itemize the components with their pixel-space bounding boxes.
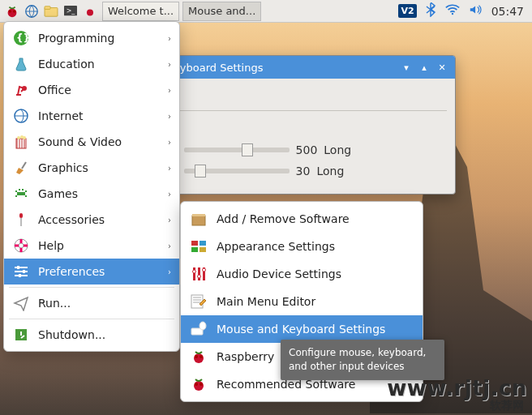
tooltip-line: and other input devices [289, 360, 436, 374]
slider-value: 500 [296, 143, 318, 156]
chevron-right-icon: › [168, 216, 171, 225]
svg-point-46 [200, 355, 203, 358]
clock[interactable]: 05:47 [491, 5, 524, 18]
vnc-icon[interactable]: V2 [398, 4, 416, 18]
svg-rect-35 [193, 267, 195, 280]
volume-icon[interactable] [469, 3, 483, 19]
file-manager-icon[interactable] [42, 2, 60, 20]
knife-icon [12, 211, 30, 229]
menu-label: Internet [38, 109, 84, 122]
raspberry-menu-icon[interactable] [3, 2, 21, 20]
svg-rect-25 [17, 266, 19, 269]
slider-thumb[interactable] [242, 143, 253, 156]
svg-point-2 [13, 10, 16, 13]
slider-thumb[interactable] [195, 165, 206, 178]
svg-point-1 [9, 10, 12, 13]
sub-appearance-settings[interactable]: Appearance Settings [181, 233, 423, 260]
menu-run[interactable]: Run... [4, 290, 179, 316]
menu-separator [9, 319, 174, 319]
taskbar: >_ Welcome t... Mouse and... V2 05:47 [0, 0, 532, 23]
svg-point-44 [194, 353, 204, 363]
menu-label: Shutdown... [38, 328, 105, 341]
tooltip: Configure mouse, keyboard, and other inp… [281, 340, 444, 380]
menu-help[interactable]: Help › [4, 233, 179, 259]
slider-value: 30 [296, 165, 311, 178]
chevron-right-icon: › [168, 267, 171, 276]
sub-label: Mouse and Keyboard Settings [217, 323, 385, 336]
interval-slider[interactable] [184, 169, 290, 173]
popcorn-icon [12, 133, 30, 151]
sub-main-menu-editor[interactable]: Main Menu Editor [181, 288, 423, 315]
flask-icon [12, 55, 30, 73]
menu-programming[interactable]: {} Programming › [4, 25, 179, 51]
bluetooth-icon[interactable] [425, 2, 436, 19]
menu-label: Preferences [38, 265, 105, 278]
svg-point-8 [87, 9, 93, 15]
chevron-right-icon: › [168, 164, 171, 173]
menu-label: Programming [38, 32, 114, 45]
sub-audio-device-settings[interactable]: Audio Device Settings [181, 260, 423, 288]
close-icon[interactable]: ✕ [435, 61, 448, 74]
sub-label: Audio Device Settings [217, 267, 341, 280]
menu-label: Games [38, 187, 78, 200]
menu-accessories[interactable]: Accessories › [4, 207, 179, 233]
svg-rect-36 [198, 267, 200, 280]
brush-icon [12, 159, 30, 177]
menu-label: Accessories [38, 213, 105, 226]
invader-icon [12, 185, 30, 203]
svg-rect-18 [19, 213, 23, 218]
menu-sound-video[interactable]: Sound & Video › [4, 129, 179, 155]
watermark-sub: 软荐网 [490, 399, 524, 413]
taskbar-task[interactable]: Mouse and... [182, 2, 261, 21]
svg-rect-32 [200, 241, 206, 246]
terminal-icon[interactable]: >_ [62, 2, 79, 20]
raspberry-small-icon[interactable] [81, 2, 99, 20]
sub-label: Raspberry [217, 350, 274, 363]
svg-rect-26 [23, 270, 25, 273]
maximize-icon[interactable]: ▴ [418, 61, 431, 74]
menu-label: Education [38, 58, 95, 71]
sub-mouse-keyboard-settings[interactable]: Mouse and Keyboard Settings [181, 315, 423, 343]
svg-rect-30 [192, 214, 205, 216]
menu-separator [9, 287, 174, 288]
svg-point-40 [203, 268, 206, 272]
svg-rect-5 [45, 6, 50, 9]
globe-icon[interactable] [23, 2, 41, 20]
menu-preferences[interactable]: Preferences › [4, 259, 179, 285]
svg-point-48 [195, 383, 198, 386]
chevron-right-icon: › [168, 242, 171, 250]
svg-point-38 [193, 270, 196, 273]
range-right-label: Long [316, 165, 344, 178]
menu-graphics[interactable]: Graphics › [4, 155, 179, 181]
menu-internet[interactable]: Internet › [4, 103, 179, 129]
svg-rect-23 [15, 271, 28, 272]
sub-add-remove-software[interactable]: Add / Remove Software [181, 205, 423, 233]
sliders-icon [12, 263, 30, 280]
svg-point-47 [194, 381, 204, 391]
lamp-icon [12, 81, 30, 99]
svg-point-17 [23, 136, 26, 139]
menu-shutdown[interactable]: Shutdown... [4, 322, 179, 348]
minimize-icon[interactable]: ▾ [400, 61, 413, 74]
braces-icon: {} [12, 29, 30, 47]
taskbar-task[interactable]: Welcome t... [102, 2, 179, 21]
palette-icon [189, 237, 208, 256]
svg-rect-19 [20, 218, 22, 226]
exit-icon [12, 326, 30, 344]
lifebuoy-icon [12, 237, 30, 255]
sub-label: Appearance Settings [217, 240, 335, 253]
menu-games[interactable]: Games › [4, 181, 179, 207]
watermark: www.rjtj.cn [387, 376, 527, 400]
menu-education[interactable]: Education › [4, 51, 179, 77]
chevron-right-icon: › [168, 60, 171, 69]
raspberry-icon [189, 347, 208, 366]
menu-label: Run... [38, 297, 71, 310]
svg-text:{}: {} [16, 32, 29, 44]
menu-office[interactable]: Office › [4, 77, 179, 103]
delay-slider[interactable] [184, 148, 290, 152]
globe-icon [12, 107, 30, 125]
box-icon [189, 209, 208, 229]
menu-editor-icon [189, 292, 208, 311]
wifi-icon[interactable] [444, 3, 461, 19]
svg-point-45 [195, 355, 198, 358]
